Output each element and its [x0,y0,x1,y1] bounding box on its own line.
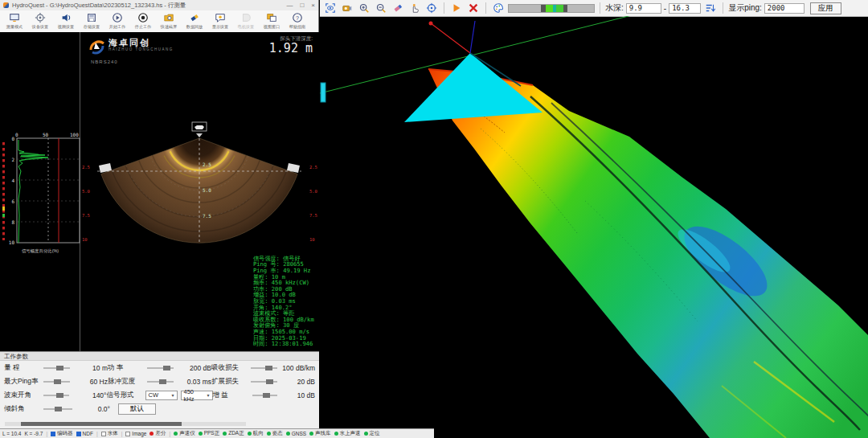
echogram-area[interactable]: 2.5 5.0 7.5 2.5 5.0 7.5 10 2.5 5.0 7.5 1… [81,32,319,351]
param-slider[interactable] [43,408,72,410]
amplitude-panel: 0 50 100 0 2 4 6 8 10 [0,32,80,351]
view3d-window: 水深: 9.9 - 16.3 显示ping: 2000 应用 [320,0,868,438]
status-item: Image [125,431,146,436]
view-reset-button[interactable] [323,2,338,15]
param-value: 0.03 ms [178,378,211,386]
svg-text:5.0: 5.0 [82,189,90,194]
apply-button[interactable]: 应用 [810,2,841,14]
svg-text:2.5: 2.5 [203,162,211,167]
param-slider[interactable] [147,367,174,369]
view3d-scroll-handle[interactable] [321,83,326,102]
status-item: NDF [76,431,93,436]
status-item: ZDA正 [223,430,244,437]
toolbar-motor-settings-button[interactable]: 电机设置 [233,11,259,31]
param-value: 200 dB [178,364,211,372]
param-slider[interactable] [147,381,174,383]
param-select[interactable]: 450 kHz▾ [181,391,213,400]
status-green-dot-icon [334,432,338,436]
eraser-button[interactable] [391,2,405,15]
toolbar-help-guide-button[interactable]: ?帮助指南 [285,11,310,31]
param-slider[interactable] [43,367,70,369]
zoom-out-button[interactable] [374,2,388,15]
param-slider[interactable] [43,381,70,383]
camera-button[interactable] [340,2,354,15]
toolbar-stop-work-button[interactable]: 停止工作 [130,11,156,31]
status-item: L = 10.4 [2,431,21,436]
status-checkbox[interactable] [125,432,130,436]
status-item: 声线库 [309,430,331,437]
probe-depth-value: 1.92 m [269,43,313,55]
status-checkbox[interactable] [101,432,106,436]
depth-range-label: 水深: [605,2,624,14]
status-item: GNSS [286,431,306,436]
param-label: 吸收损失 [211,363,247,373]
status-green-dot-icon [223,432,227,436]
svg-text:?: ? [296,15,299,21]
device-model: NBRS240 [91,59,118,64]
param-label: 倾斜角 [4,404,39,414]
minimize-button[interactable]: — [286,2,293,9]
depth-levels-icon[interactable] [703,2,718,15]
toolbar-measure-mode-button[interactable]: 测量模式 [2,11,27,31]
status-blue-icon [76,432,81,436]
status-red-dot-icon [149,432,154,436]
default-button[interactable]: 默认 [118,403,156,415]
svg-text:7.5: 7.5 [82,213,90,218]
sonar-info-line: 时间: 12:38:01.946 [253,341,314,347]
target-icon [426,2,437,14]
color-scale-handle-right[interactable] [563,5,567,12]
svg-text:6: 6 [11,199,14,204]
axis-blue [470,21,475,53]
status-green-dot-icon [286,432,290,436]
view-window-icon [266,12,277,23]
storage-settings-icon [86,12,97,23]
target-button[interactable] [424,2,439,15]
amplitude-graph[interactable]: 0 50 100 0 2 4 6 8 10 [0,131,80,252]
color-scale-slider[interactable] [508,4,595,13]
toolbar-display-settings-button[interactable]: 显示设置 [207,11,233,31]
status-item: K = -9.7 [24,431,43,436]
param-slider[interactable] [43,395,69,396]
toolbar-storage-settings-button[interactable]: 存储设置 [79,11,104,31]
hand-pointer-icon [409,2,420,14]
palette-button[interactable] [491,2,506,15]
show-ping-input[interactable]: 2000 [764,3,805,14]
status-item: 姿态 [267,430,283,437]
signal-level-strip [2,141,5,240]
measure-mode-icon [9,12,20,23]
param-value: 140° [73,391,107,399]
status-bar: L = 10.4K = -9.7|编码器NDF|水体|Image差分|声速仪PP… [0,428,434,438]
depth-max-input[interactable]: 16.3 [669,3,701,14]
status-green-dot-icon [174,432,178,436]
close-button[interactable] [466,2,481,15]
toolbar-audio-settings-button[interactable]: 视频设置 [53,11,79,31]
toolbar-quick-capture-button[interactable]: 快速截屏 [156,11,182,31]
toolbar-view-window-button[interactable]: 视图窗口 [259,11,285,31]
close-button[interactable]: × [311,2,315,9]
audio-settings-icon [60,12,72,23]
param-slider[interactable] [251,381,277,383]
camera-icon [342,2,353,14]
toolbar-device-settings-button[interactable]: 设备设置 [27,11,53,31]
param-slider[interactable] [252,395,278,396]
param-value: 20 dB [281,378,315,386]
depth-min-input[interactable]: 9.9 [626,3,661,14]
axis-triad [429,21,476,53]
play-button[interactable] [449,2,464,15]
param-label: 扩展损失 [211,377,247,387]
zoom-in-button[interactable] [357,2,371,15]
help-guide-icon: ? [292,12,303,23]
view3d-viewport[interactable] [320,16,868,438]
param-label: 信号形式 [107,391,142,400]
toolbar-start-work-button[interactable]: 开始工作 [104,11,130,31]
toolbar-data-playback-button[interactable]: 数据回放 [182,11,207,31]
brand-logo: 海卓同创 HAIZHUO TONGCHUANG [89,39,174,55]
param-slider[interactable] [251,367,277,369]
display-settings-icon [215,12,226,23]
params-scrollbar[interactable] [5,422,246,426]
start-work-icon [112,12,123,23]
param-select[interactable]: CW▾ [145,391,178,400]
maximize-button[interactable]: □ [300,2,304,9]
hand-pointer-button[interactable] [407,2,422,15]
ping-info-block: 信号强度: 信号好Ping 号: 280655Ping 率: 49.19 Hz量… [253,256,314,347]
